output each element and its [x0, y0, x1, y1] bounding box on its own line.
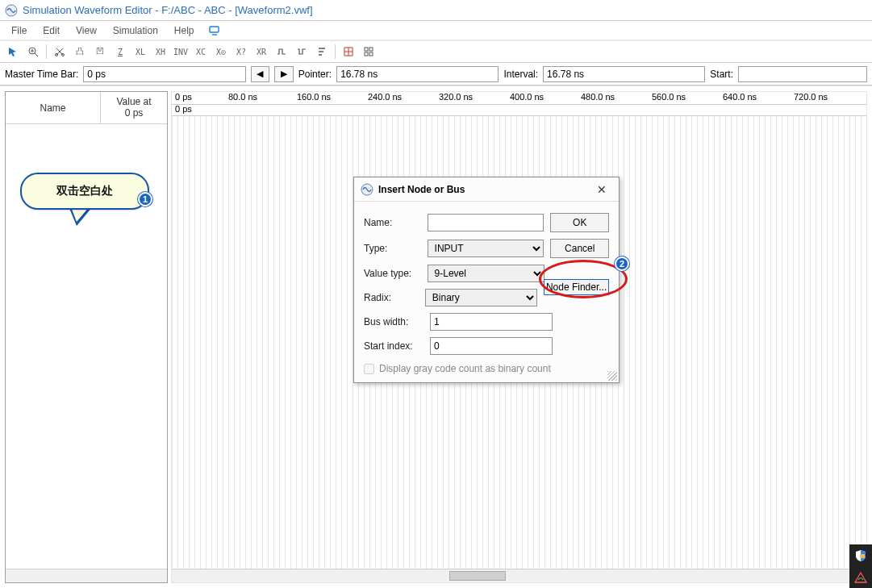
ruler-tick: 80.0 ns: [228, 92, 257, 102]
master-time-bar-label: Master Time Bar:: [5, 69, 78, 80]
waveform-hscroll[interactable]: [172, 569, 866, 582]
app-icon: [5, 4, 18, 17]
node-finder-button[interactable]: Node Finder...: [544, 279, 609, 295]
signal-list-hscroll[interactable]: [6, 569, 167, 582]
menu-help[interactable]: Help: [166, 23, 202, 38]
buswidth-label: Bus width:: [364, 316, 423, 327]
step-badge-1: 1: [138, 192, 152, 206]
callout-1-bubble: 双击空白处: [20, 173, 149, 210]
cursor-0ps: 0 ps: [175, 104, 192, 114]
window-title: Simulation Waveform Editor - F:/ABC - AB…: [23, 4, 313, 16]
svg-rect-11: [860, 554, 865, 558]
insert-node-dialog: Insert Node or Bus ✕ Name: OK Type: INPU…: [353, 177, 620, 383]
signal-list-pane: Name Value at 0 ps 双击空白处 1: [5, 91, 168, 583]
tool-wave-icon[interactable]: [272, 43, 291, 60]
svg-rect-1: [210, 27, 219, 32]
radix-select[interactable]: Binary: [425, 289, 537, 307]
tool-xh-icon[interactable]: XH: [151, 43, 170, 60]
triangle-icon[interactable]: [853, 570, 868, 585]
name-column-header[interactable]: Name: [6, 92, 101, 123]
tool-cut-icon[interactable]: [50, 43, 69, 60]
start-input[interactable]: [738, 66, 867, 82]
menu-simulation[interactable]: Simulation: [105, 23, 166, 38]
tool-xl-icon[interactable]: XL: [131, 43, 150, 60]
svg-rect-6: [365, 48, 368, 51]
signal-list-body[interactable]: 双击空白处 1: [6, 124, 167, 582]
time-cursor-row[interactable]: 0 ps: [172, 105, 866, 116]
value-column-header[interactable]: Value at 0 ps: [101, 92, 167, 123]
tool-inv-icon[interactable]: INV: [171, 43, 190, 60]
run-icon[interactable]: [207, 23, 222, 38]
tool-force1-icon[interactable]: 凹: [90, 43, 110, 60]
tool-pointer-icon[interactable]: [3, 43, 23, 60]
menu-file[interactable]: File: [3, 23, 35, 38]
buswidth-input[interactable]: [430, 313, 553, 331]
work-area: Name Value at 0 ps 双击空白处 1 0 ps 80.0 ns …: [0, 85, 872, 588]
dialog-close-icon[interactable]: ✕: [591, 181, 612, 198]
start-label: Start:: [710, 69, 733, 80]
type-label: Type:: [364, 243, 421, 254]
interval-label: Interval:: [503, 69, 538, 80]
svg-rect-7: [369, 48, 373, 51]
svg-rect-8: [365, 52, 368, 56]
graycode-label: Display gray code count as binary count: [379, 363, 551, 374]
info-bar: Master Time Bar: ◀ ▶ Pointer: Interval: …: [0, 63, 872, 85]
scroll-thumb[interactable]: [449, 571, 506, 581]
tool-x-icon[interactable]: X?: [232, 43, 251, 60]
time-ruler[interactable]: 0 ps 80.0 ns 160.0 ns 240.0 ns 320.0 ns …: [172, 92, 866, 105]
callout-1-text: 双击空白处: [56, 184, 113, 198]
master-time-bar-input[interactable]: [83, 66, 245, 82]
ruler-tick: 320.0 ns: [439, 92, 473, 102]
pointer-input[interactable]: [336, 66, 499, 82]
toolbar-separator: [46, 44, 47, 59]
ruler-tick: 560.0 ns: [652, 92, 686, 102]
prev-button[interactable]: ◀: [251, 66, 270, 82]
menu-edit[interactable]: Edit: [35, 23, 68, 38]
toolbar-separator: [335, 44, 336, 59]
tool-force0-icon[interactable]: 凸: [70, 43, 90, 60]
step-badge-2: 2: [615, 256, 629, 271]
ruler-tick: 160.0 ns: [297, 92, 331, 102]
type-select[interactable]: INPUT: [428, 240, 544, 257]
ruler-tick: 640.0 ns: [723, 92, 757, 102]
valuetype-label: Value type:: [364, 268, 421, 279]
shield-icon[interactable]: [853, 548, 868, 563]
startindex-label: Start index:: [364, 340, 423, 352]
radix-label: Radix:: [364, 292, 419, 303]
tool-xc-icon[interactable]: XC: [191, 43, 211, 60]
tool-clock-icon[interactable]: X⊙: [211, 43, 231, 60]
waveform-canvas[interactable]: Insert Node or Bus ✕ Name: OK Type: INPU…: [172, 116, 866, 569]
startindex-input[interactable]: [430, 337, 553, 355]
corner-widgets: [849, 544, 872, 588]
tool-zoom-icon[interactable]: [23, 43, 43, 60]
pointer-label: Pointer:: [298, 69, 332, 80]
name-input[interactable]: [428, 214, 544, 231]
tool-snap-icon[interactable]: [359, 43, 378, 60]
ruler-tick: 0 ps: [175, 92, 192, 102]
ok-button[interactable]: OK: [550, 213, 609, 232]
next-button[interactable]: ▶: [274, 66, 294, 82]
ruler-tick: 480.0 ns: [581, 92, 615, 102]
tool-z-icon[interactable]: Z: [111, 43, 130, 60]
svg-rect-9: [369, 52, 373, 56]
menu-view[interactable]: View: [68, 23, 105, 38]
name-label: Name:: [364, 217, 421, 228]
waveform-pane: 0 ps 80.0 ns 160.0 ns 240.0 ns 320.0 ns …: [171, 91, 867, 583]
valuetype-select[interactable]: 9-Level: [428, 265, 544, 282]
ruler-tick: 240.0 ns: [368, 92, 402, 102]
callout-1: 双击空白处 1: [20, 173, 149, 223]
interval-input[interactable]: [543, 66, 705, 82]
tool-rand-icon[interactable]: XR: [252, 43, 271, 60]
ruler-tick: 720.0 ns: [794, 92, 828, 102]
tool-sort-icon[interactable]: [312, 43, 332, 60]
signal-list-header: Name Value at 0 ps: [6, 92, 167, 124]
dialog-titlebar[interactable]: Insert Node or Bus ✕: [354, 177, 619, 202]
dialog-resize-grip[interactable]: [607, 371, 617, 381]
tool-wave2-icon[interactable]: [292, 43, 311, 60]
toolbar: 凸 凹 Z XL XH INV XC X⊙ X? XR: [0, 40, 872, 63]
tool-grid-icon[interactable]: [339, 43, 358, 60]
cancel-button[interactable]: Cancel: [550, 239, 609, 258]
dialog-title: Insert Node or Bus: [378, 184, 591, 195]
dialog-icon: [361, 183, 373, 196]
graycode-checkbox[interactable]: [364, 364, 374, 374]
